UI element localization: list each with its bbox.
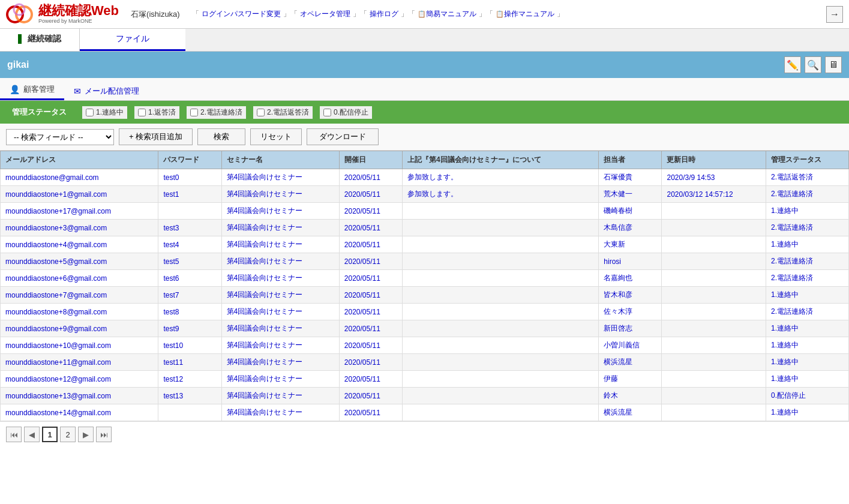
cell-seminar[interactable]: 第4回議会向けセミナー: [221, 220, 339, 236]
cell-staff: 磯崎春樹: [599, 203, 662, 220]
cell-note: [403, 253, 599, 270]
cell-updated: [662, 354, 766, 371]
cell-email[interactable]: mounddiaostone+11@gmail.com: [1, 354, 158, 371]
search-button[interactable]: 🔍: [805, 56, 821, 73]
cell-status: 1.連絡中: [766, 287, 849, 304]
subtab-customer[interactable]: 👤 顧客管理: [0, 80, 64, 100]
page-next-button[interactable]: ▶: [78, 427, 94, 442]
cell-seminar[interactable]: 第4回議会向けセミナー: [221, 337, 339, 354]
table-row[interactable]: mounddiaostone+17@gmail.com 第4回議会向けセミナー …: [1, 203, 849, 220]
table-row[interactable]: mounddiaostone@gmail.com test0 第4回議会向けセミ…: [1, 169, 849, 186]
mail-icon: ✉: [74, 86, 81, 96]
filter-option-3[interactable]: 2.電話連絡済: [187, 106, 246, 119]
cell-email[interactable]: mounddiaostone+12@gmail.com: [1, 371, 158, 388]
cell-date: 2020/05/11: [339, 236, 402, 253]
link-operator[interactable]: オペレータ管理: [300, 9, 350, 19]
cell-date: 2020/05/11: [339, 320, 402, 337]
cell-email[interactable]: mounddiaostone+14@gmail.com: [1, 404, 158, 421]
table-row[interactable]: mounddiaostone+10@gmail.com test10 第4回議会…: [1, 337, 849, 354]
filter-checkbox-3[interactable]: [190, 109, 198, 116]
filter-option-2[interactable]: 1.返答済: [134, 106, 179, 119]
cell-email[interactable]: mounddiaostone+4@gmail.com: [1, 236, 158, 253]
logout-button[interactable]: →: [826, 6, 843, 23]
cell-seminar[interactable]: 第4回議会向けセミナー: [221, 186, 339, 203]
page-button-2[interactable]: 2: [60, 427, 76, 442]
cell-email[interactable]: mounddiaostone+17@gmail.com: [1, 203, 158, 220]
filter-checkbox-4[interactable]: [257, 109, 265, 116]
page-button-1[interactable]: 1: [42, 427, 58, 442]
table-row[interactable]: mounddiaostone+14@gmail.com 第4回議会向けセミナー …: [1, 404, 849, 421]
table-row[interactable]: mounddiaostone+8@gmail.com test8 第4回議会向け…: [1, 304, 849, 320]
table-row[interactable]: mounddiaostone+12@gmail.com test12 第4回議会…: [1, 371, 849, 388]
cell-seminar[interactable]: 第4回議会向けセミナー: [221, 354, 339, 371]
cell-seminar[interactable]: 第4回議会向けセミナー: [221, 253, 339, 270]
display-button[interactable]: 🖥: [825, 56, 842, 73]
link-password[interactable]: ログインパスワード変更: [202, 9, 281, 19]
table-row[interactable]: mounddiaostone+1@gmail.com test1 第4回議会向け…: [1, 186, 849, 203]
cell-email[interactable]: mounddiaostone+3@gmail.com: [1, 220, 158, 236]
cell-seminar[interactable]: 第4回議会向けセミナー: [221, 169, 339, 186]
filter-option-4[interactable]: 2.電話返答済: [253, 106, 313, 119]
table-row[interactable]: mounddiaostone+4@gmail.com test4 第4回議会向け…: [1, 236, 849, 253]
edit-button[interactable]: ✏️: [784, 56, 801, 73]
cell-seminar[interactable]: 第4回議会向けセミナー: [221, 304, 339, 320]
tab-keizoku[interactable]: 継続確認: [0, 29, 80, 51]
cell-email[interactable]: mounddiaostone+9@gmail.com: [1, 320, 158, 337]
cell-seminar[interactable]: 第4回議会向けセミナー: [221, 203, 339, 220]
cell-email[interactable]: mounddiaostone+1@gmail.com: [1, 186, 158, 203]
cell-email[interactable]: mounddiaostone+5@gmail.com: [1, 253, 158, 270]
page-prev-button[interactable]: ◀: [24, 427, 40, 442]
cell-email[interactable]: mounddiaostone+7@gmail.com: [1, 287, 158, 304]
cell-note: [403, 388, 599, 404]
filter-option-1[interactable]: 1.連絡中: [82, 106, 127, 119]
cell-note: [403, 337, 599, 354]
cell-email[interactable]: mounddiaostone+8@gmail.com: [1, 304, 158, 320]
cell-seminar[interactable]: 第4回議会向けセミナー: [221, 236, 339, 253]
reset-button[interactable]: リセット: [250, 128, 302, 145]
cell-status: 2.電話連絡済: [766, 304, 849, 320]
filter-checkbox-1[interactable]: [86, 109, 94, 116]
cell-updated: [662, 220, 766, 236]
cell-staff: 石塚優貴: [599, 169, 662, 186]
cell-updated: 2020/03/12 14:57:12: [662, 186, 766, 203]
table-row[interactable]: mounddiaostone+11@gmail.com test11 第4回議会…: [1, 354, 849, 371]
add-search-field-button[interactable]: + 検索項目追加: [119, 128, 193, 145]
table-row[interactable]: mounddiaostone+13@gmail.com test13 第4回議会…: [1, 388, 849, 404]
cell-seminar[interactable]: 第4回議会向けセミナー: [221, 287, 339, 304]
filter-option-5[interactable]: 0.配信停止: [320, 106, 372, 119]
search-button[interactable]: 検索: [197, 128, 245, 145]
cell-updated: [662, 320, 766, 337]
cell-date: 2020/05/11: [339, 371, 402, 388]
search-field-select[interactable]: -- 検索フィールド --: [6, 129, 114, 145]
page-first-button[interactable]: ⏮: [6, 427, 22, 442]
cell-seminar[interactable]: 第4回議会向けセミナー: [221, 371, 339, 388]
link-simple-manual[interactable]: 📋簡易マニュアル: [418, 9, 476, 19]
link-manual[interactable]: 📋操作マニュアル: [496, 9, 554, 19]
cell-seminar[interactable]: 第4回議会向けセミナー: [221, 404, 339, 421]
cell-seminar[interactable]: 第4回議会向けセミナー: [221, 388, 339, 404]
cell-seminar[interactable]: 第4回議会向けセミナー: [221, 270, 339, 287]
table-row[interactable]: mounddiaostone+6@gmail.com test6 第4回議会向け…: [1, 270, 849, 287]
cell-date: 2020/05/11: [339, 304, 402, 320]
table-row[interactable]: mounddiaostone+3@gmail.com test3 第4回議会向け…: [1, 220, 849, 236]
page-last-button[interactable]: ⏭: [96, 427, 112, 442]
cell-email[interactable]: mounddiaostone+13@gmail.com: [1, 388, 158, 404]
link-log[interactable]: 操作ログ: [370, 9, 398, 19]
cell-note: [403, 203, 599, 220]
subtab-mail[interactable]: ✉ メール配信管理: [64, 82, 149, 100]
cell-email[interactable]: mounddiaostone+10@gmail.com: [1, 337, 158, 354]
cell-email[interactable]: mounddiaostone@gmail.com: [1, 169, 158, 186]
table-row[interactable]: mounddiaostone+9@gmail.com test9 第4回議会向け…: [1, 320, 849, 337]
filter-checkbox-2[interactable]: [138, 109, 146, 116]
cell-email[interactable]: mounddiaostone+6@gmail.com: [1, 270, 158, 287]
cell-seminar[interactable]: 第4回議会向けセミナー: [221, 320, 339, 337]
cell-password: test7: [158, 287, 221, 304]
filter-checkbox-5[interactable]: [323, 109, 331, 116]
table-row[interactable]: mounddiaostone+7@gmail.com test7 第4回議会向け…: [1, 287, 849, 304]
cell-staff: hirosi: [599, 253, 662, 270]
cell-password: test9: [158, 320, 221, 337]
download-button[interactable]: ダウンロード: [307, 128, 379, 145]
header-user: 石塚(ishizuka): [131, 9, 180, 20]
tab-file[interactable]: ファイル: [80, 29, 185, 51]
table-row[interactable]: mounddiaostone+5@gmail.com test5 第4回議会向け…: [1, 253, 849, 270]
